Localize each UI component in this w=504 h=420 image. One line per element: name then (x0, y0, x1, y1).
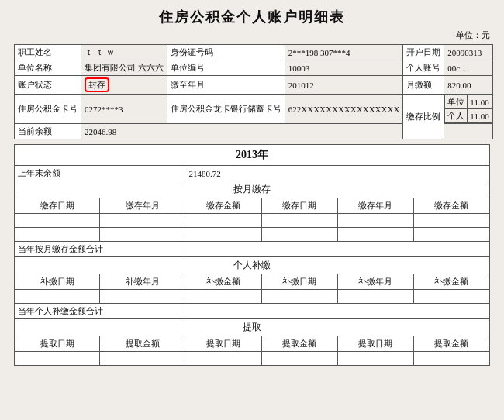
ratio-unit-value: 11.00 (468, 95, 492, 109)
id-number-label: 身份证号码 (167, 45, 285, 60)
year-label: 2013年 (15, 145, 490, 166)
col-withdraw-date-1: 提取日期 (15, 336, 100, 352)
housing-fund-label: 住房公积金卡号 (15, 95, 81, 124)
monthly-deposit-row-2 (15, 228, 490, 242)
ratio-personal-label: 个人 (445, 109, 468, 123)
monthly-deposit-subtotal-value (185, 242, 490, 257)
col-sup-amount-1: 补缴金额 (185, 274, 261, 290)
last-balance-label: 上年末余额 (15, 166, 185, 181)
ratio-label: 缴存比例 (403, 95, 444, 139)
col-withdraw-amount-1: 提取金额 (100, 336, 185, 352)
col-deposit-month-1: 缴存年月 (100, 198, 185, 214)
col-deposit-date-1: 缴存日期 (15, 198, 100, 214)
col-sup-date-2: 补缴日期 (261, 274, 337, 290)
monthly-deposit-row-1 (15, 214, 490, 228)
col-deposit-month-2: 缴存年月 (337, 198, 413, 214)
col-sup-amount-2: 补缴金额 (413, 274, 489, 290)
personal-supplement-subtotal-value (185, 304, 490, 319)
monthly-amount-value: 820.00 (444, 76, 492, 95)
status-badge: 封存 (85, 77, 109, 92)
open-date-value: 20090313 (444, 45, 492, 60)
monthly-deposit-header: 缴存日期 缴存年月 缴存金额 缴存日期 缴存年月 缴存金额 (15, 198, 490, 214)
ratio-personal-value: 11.00 (468, 109, 492, 123)
bank-card-value: 622XXXXXXXXXXXXXXXX (285, 95, 403, 124)
col-withdraw-date-2: 提取日期 (185, 336, 261, 352)
personal-account-label: 个人账号 (403, 60, 444, 76)
col-deposit-amount-1: 缴存金额 (185, 198, 261, 214)
ratio-table-cell: 单位 11.00 个人 11.00 (444, 95, 492, 124)
col-deposit-date-2: 缴存日期 (261, 198, 337, 214)
monthly-deposit-subtotal: 当年按月缴存金额合计 (15, 242, 490, 257)
company-code-value: 10003 (285, 60, 403, 76)
housing-fund-value: 0272****3 (81, 95, 167, 124)
personal-supplement-section-label: 个人补缴 (15, 257, 490, 274)
col-withdraw-amount-3: 提取金额 (413, 336, 489, 352)
col-sup-month-2: 补缴年月 (337, 274, 413, 290)
account-status-cell: 封存 (81, 76, 167, 95)
monthly-amount-label: 月缴额 (403, 76, 444, 95)
col-withdraw-date-3: 提取日期 (337, 336, 413, 352)
open-date-label: 开户日期 (403, 45, 444, 60)
employee-name-value: ｔ ｔ ｗ (81, 45, 167, 60)
to-year-month-label: 缴至年月 (167, 76, 285, 95)
col-sup-month-1: 补缴年月 (100, 274, 185, 290)
col-withdraw-amount-2: 提取金额 (261, 336, 337, 352)
personal-supplement-header: 补缴日期 补缴年月 补缴金额 补缴日期 补缴年月 补缴金额 (15, 274, 490, 290)
personal-supplement-subtotal-label: 当年个人补缴金额合计 (15, 304, 185, 319)
personal-supplement-row-1 (15, 290, 490, 304)
last-balance-value: 21480.72 (185, 166, 490, 181)
withdrawal-header: 提取日期 提取金额 提取日期 提取金额 提取日期 提取金额 (15, 336, 490, 352)
company-code-label: 单位编号 (167, 60, 285, 76)
withdrawal-row-1 (15, 352, 490, 366)
unit-label: 单位：元 (14, 29, 490, 41)
current-balance-label: 当前余额 (15, 124, 81, 139)
monthly-deposit-subtotal-label: 当年按月缴存金额合计 (15, 242, 185, 257)
personal-supplement-subtotal: 当年个人补缴金额合计 (15, 304, 490, 319)
ratio-unit-label: 单位 (445, 95, 468, 109)
col-sup-date-1: 补缴日期 (15, 274, 100, 290)
company-name-value: 集团有限公司 六六六 (81, 60, 167, 76)
monthly-deposit-section-label: 按月缴存 (15, 181, 490, 198)
personal-account-value: 00c... (444, 60, 492, 76)
withdrawal-section-label: 提取 (15, 319, 490, 336)
info-table: 职工姓名 ｔ ｔ ｗ 身份证号码 2***198 307***4 开户日期 20… (14, 44, 493, 139)
col-deposit-amount-2: 缴存金额 (413, 198, 489, 214)
to-year-month-value: 201012 (285, 76, 403, 95)
page-title: 住房公积金个人账户明细表 (14, 8, 490, 26)
account-status-label: 账户状态 (15, 76, 81, 95)
current-balance-value: 22046.98 (81, 124, 403, 139)
id-number-value: 2***198 307***4 (285, 45, 403, 60)
year-section: 2013年 上年末余额 21480.72 按月缴存 缴存日期 缴存年月 缴存金额… (14, 144, 490, 366)
bank-card-label: 住房公积金龙卡银行储蓄卡号 (167, 95, 285, 124)
employee-name-label: 职工姓名 (15, 45, 81, 60)
company-name-label: 单位名称 (15, 60, 81, 76)
